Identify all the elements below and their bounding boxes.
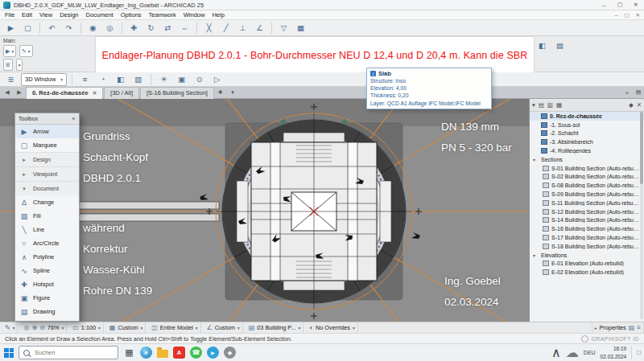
navigator-section-6[interactable]: S-14 Building Section (Auto-rebuild) bbox=[530, 216, 644, 225]
menu-teamwork[interactable]: Teamwork bbox=[149, 11, 176, 18]
menu-file[interactable]: File bbox=[5, 11, 14, 18]
tab-3d-all[interactable]: [3D / All] bbox=[104, 87, 139, 99]
tool-arc-circle[interactable]: ○Arc/Circle bbox=[15, 236, 79, 250]
threed-style-icon[interactable]: ▣ bbox=[174, 72, 189, 87]
next-view-icon[interactable]: ▶ bbox=[14, 88, 25, 98]
navigator-section-4[interactable]: S-11 Building Section (Auto-rebuild) bbox=[530, 199, 644, 207]
pen-quick-button[interactable]: ✎▾ bbox=[2, 322, 18, 333]
pick-up-parameters-icon[interactable]: ◉ bbox=[85, 21, 101, 35]
navigator-section-2[interactable]: S-08 Building Section (Auto-rebuild) bbox=[530, 181, 644, 190]
toolbox-group-document[interactable]: ▾Document bbox=[15, 181, 79, 195]
graphisoft-id-badge[interactable]: GRAPHISOFT ID bbox=[581, 335, 639, 343]
tool-marquee[interactable]: ▢Marquee bbox=[15, 138, 79, 152]
minimize-button[interactable]: – bbox=[596, 0, 612, 10]
mirror-icon[interactable]: ⇄ bbox=[160, 21, 175, 35]
menu-view[interactable]: View bbox=[39, 11, 52, 18]
whatsapp-icon[interactable]: ☎ bbox=[190, 347, 202, 359]
navigator-section-8[interactable]: S-17 Building Section (Auto-rebuild) bbox=[530, 233, 644, 242]
options-icon[interactable]: ▦ bbox=[293, 21, 308, 35]
menu-document[interactable]: Document bbox=[86, 11, 114, 18]
move-icon[interactable]: ✚ bbox=[126, 21, 142, 35]
toolbox-group-viewpoint[interactable]: ▸Viewpoint bbox=[15, 166, 79, 181]
doc-close-button[interactable]: ✕ bbox=[636, 12, 640, 18]
navigator-group-elevations[interactable]: Elevations bbox=[530, 251, 644, 260]
taskbar-clock[interactable]: 16:19 02.03.2024 bbox=[601, 345, 627, 360]
view-selector[interactable]: 3D Window ▾ bbox=[21, 73, 67, 86]
tab-list-icon[interactable]: ▾ bbox=[227, 88, 238, 98]
pin-panel-icon[interactable]: ◆ bbox=[629, 101, 634, 109]
resize-icon[interactable]: ⇔ bbox=[177, 21, 192, 35]
pinned-app-icon[interactable]: ◆ bbox=[224, 347, 236, 359]
renovation-filter-icon[interactable]: ◔ bbox=[95, 72, 110, 87]
more-options-button[interactable]: ▾ bbox=[16, 59, 23, 71]
grid-toggle-button[interactable]: ⊞ bbox=[3, 59, 13, 71]
explore-icon[interactable]: ▷ bbox=[209, 72, 225, 87]
navigator-story-4[interactable]: -4. Rotliegendes bbox=[530, 146, 644, 155]
model-view-selector[interactable]: ◫Entire Model▾ bbox=[149, 322, 200, 333]
orbit-icon[interactable]: ⊙ bbox=[192, 72, 207, 87]
navigator-section-7[interactable]: S-16 Building Section (Auto-rebuild) bbox=[530, 224, 644, 233]
tool-change[interactable]: ∆Change bbox=[15, 195, 79, 209]
redo-icon[interactable]: ↷ bbox=[61, 21, 76, 35]
menu-options[interactable]: Options bbox=[121, 11, 142, 18]
pen-set-selector[interactable]: ▤03 Building P...▾ bbox=[246, 322, 303, 333]
zoom-controls[interactable]: ◎ ⊕ ⊖ 76%▾ bbox=[21, 322, 67, 333]
tool-line[interactable]: ╲Line bbox=[15, 223, 79, 236]
frame-settings-icon[interactable]: ◧ bbox=[535, 38, 550, 52]
tool-figure[interactable]: ▣Figure bbox=[15, 291, 79, 305]
tool-arrow[interactable]: ▶Arrow bbox=[15, 125, 79, 138]
adjust-icon[interactable]: ⊥ bbox=[235, 21, 250, 35]
taskbar-search[interactable] bbox=[19, 346, 118, 359]
undo-icon[interactable]: ↶ bbox=[44, 21, 60, 35]
fillet-icon[interactable]: ∠ bbox=[252, 21, 267, 35]
toolbox-group-design[interactable]: ▸Design bbox=[15, 152, 79, 166]
doc-restore-button[interactable]: ▢ bbox=[624, 12, 629, 18]
onedrive-cloud-icon[interactable]: ☁ bbox=[566, 345, 579, 360]
menu-help[interactable]: Help bbox=[212, 11, 224, 18]
navigator-story-1[interactable]: -1. Sous-sol bbox=[530, 121, 644, 129]
partial-structure-icon[interactable]: ◧ bbox=[113, 72, 128, 87]
collapse-panel-icon[interactable]: » bbox=[621, 88, 633, 98]
tool-spline[interactable]: ∿Spline bbox=[15, 264, 79, 277]
file-explorer-icon[interactable] bbox=[157, 350, 168, 358]
navigator-group-sections[interactable]: Sections bbox=[530, 155, 644, 164]
view-map-icon[interactable]: ▥ bbox=[547, 101, 553, 109]
previous-view-icon[interactable]: ◀ bbox=[2, 88, 13, 98]
sun-settings-icon[interactable]: ☀ bbox=[156, 72, 171, 87]
tool-polyline[interactable]: ∧Polyline bbox=[15, 250, 79, 264]
layer-combination-selector[interactable]: ▦Custom▾ bbox=[107, 322, 146, 333]
new-tab-icon[interactable]: ✚ bbox=[215, 88, 226, 98]
edge-icon[interactable]: e bbox=[140, 347, 152, 359]
toolbox-titlebar[interactable]: Toolbox ✕ bbox=[15, 113, 79, 125]
tray-chevron-icon[interactable]: ∧ bbox=[551, 345, 561, 360]
acrobat-icon[interactable]: A bbox=[173, 347, 185, 359]
navigator-section-1[interactable]: S-02 Building Section (Auto-rebuild) bbox=[530, 173, 644, 182]
navigator-elevation-1[interactable]: E-02 Elevation (Auto-rebuild) bbox=[530, 268, 644, 277]
dimension-style-selector[interactable]: ∠Custom▾ bbox=[204, 322, 243, 333]
project-chooser-icon[interactable]: ▾ bbox=[532, 101, 535, 109]
tool-hotspot[interactable]: ✚Hotspot bbox=[15, 277, 79, 291]
panel-dock-icon[interactable]: ▤ bbox=[633, 88, 644, 98]
task-view-icon[interactable]: ▦ bbox=[123, 347, 135, 359]
navigator-section-3[interactable]: S-09 Building Section (Auto-rebuild) bbox=[530, 190, 644, 199]
quick-options-icon[interactable]: ≡ bbox=[77, 72, 93, 87]
cutting-planes-icon[interactable]: ▧ bbox=[130, 72, 146, 87]
inject-parameters-icon[interactable]: ◎ bbox=[102, 21, 118, 35]
toolbox-close-icon[interactable]: ✕ bbox=[72, 116, 76, 122]
navigator-story-0[interactable]: 0. Rez-de-chaussée bbox=[530, 112, 644, 121]
close-button[interactable]: ✕ bbox=[628, 0, 644, 10]
tab-floor-plan[interactable]: 0. Rez-de-chaussée ✕ bbox=[26, 87, 103, 99]
split-icon[interactable]: ╱ bbox=[218, 21, 233, 35]
trim-icon[interactable]: ╳ bbox=[201, 21, 217, 35]
maximize-button[interactable]: ▢ bbox=[612, 0, 628, 10]
search-input[interactable] bbox=[33, 348, 114, 357]
notification-center-icon[interactable]: □ bbox=[637, 349, 641, 356]
pen-mode-combo[interactable]: ✎▾ bbox=[19, 45, 33, 57]
navigator-section-9[interactable]: S-18 Building Section (Auto-rebuild) bbox=[530, 242, 644, 251]
scale-selector[interactable]: ▭1:100▾ bbox=[70, 322, 104, 333]
tool-drawing[interactable]: ▤Drawing bbox=[15, 305, 79, 318]
close-panel-icon[interactable]: ✕ bbox=[637, 101, 642, 109]
navigator-elevation-0[interactable]: E-01 Elevation (Auto-rebuild) bbox=[530, 260, 644, 269]
menu-design[interactable]: Design bbox=[60, 11, 78, 18]
navigator-story-3[interactable]: -3. Absinkbereich bbox=[530, 137, 644, 146]
